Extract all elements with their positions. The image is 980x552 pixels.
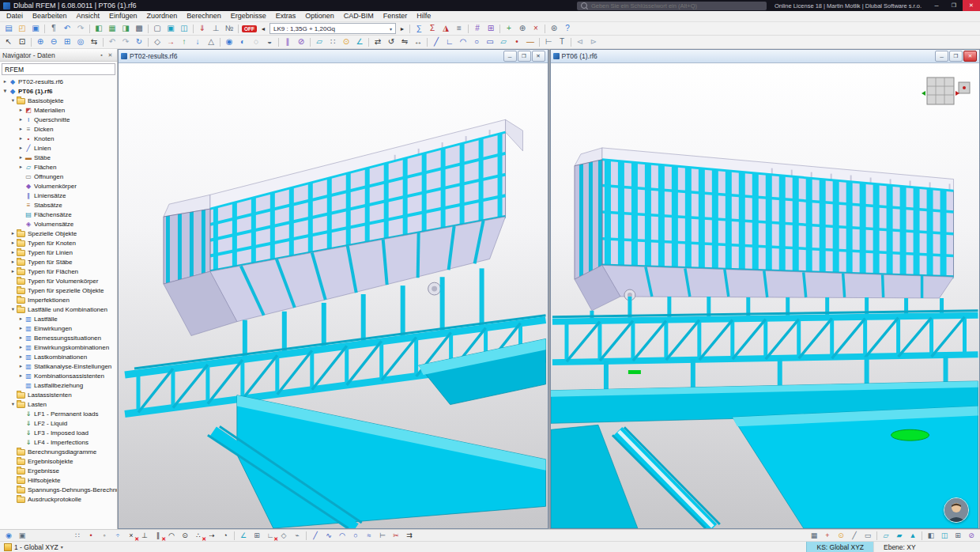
zoom-in-button[interactable]: ⊕ [34, 36, 47, 47]
pt02-minimize-button[interactable]: ─ [503, 51, 517, 62]
delete-object-button[interactable]: × [530, 23, 542, 34]
tree-item-lastfallbeziehung[interactable]: ▥Lastfallbeziehung [0, 380, 117, 390]
cad-dimension-button[interactable]: ⊢ [376, 531, 389, 540]
tree-item-stabs-tze[interactable]: ≡Stabsätze [0, 200, 117, 210]
next-loadcase-button[interactable]: ► [398, 24, 407, 34]
expander-icon[interactable]: ▸ [9, 249, 17, 255]
expander-icon[interactable]: ▸ [17, 344, 24, 350]
next-view-button[interactable]: ↷ [119, 36, 132, 47]
show-supports-button[interactable]: ⊥ [209, 23, 222, 34]
tree-item-liniens-tze[interactable]: ∥Liniensätze [0, 191, 117, 200]
undo-button[interactable]: ↶ [61, 23, 74, 34]
rotate-objects-button[interactable]: ↺ [385, 36, 398, 47]
visibility-by-window-button[interactable]: ◐ [236, 36, 249, 47]
tree-item-querschnitte[interactable]: ▸IQuerschnitte [0, 115, 117, 124]
expander-icon[interactable]: ▸ [17, 325, 24, 331]
dimension-tool-button[interactable]: ⊢ [542, 36, 555, 47]
tree-item-berechnungsdiagramme[interactable]: Berechnungsdiagramme [0, 447, 117, 456]
transparent-view-button[interactable]: ◫ [178, 23, 190, 34]
expander-icon[interactable]: ▸ [9, 259, 17, 265]
cad-polyline-button[interactable]: ∿ [322, 531, 335, 540]
pt06-close-button[interactable]: ✕ [963, 51, 977, 62]
tree-item-st-be[interactable]: ▸▬Stäbe [0, 153, 117, 162]
search-input[interactable] [590, 2, 763, 10]
tree-item-einwirkungskombinationen[interactable]: ▸▥Einwirkungskombinationen [0, 342, 117, 352]
tree-item-kombinationsassistenten[interactable]: ▸▥Kombinationsassistenten [0, 371, 117, 380]
guidelines-button[interactable]: ∠ [353, 36, 366, 47]
model-window-pt06-titlebar[interactable]: PT06 (1).rf6 ─ ❐ ✕ [551, 50, 980, 63]
snap-node-button[interactable]: • [85, 531, 97, 540]
tree-item-ffnungen[interactable]: ▭Öffnungen [0, 172, 117, 181]
calculate-button[interactable]: ∑ [413, 23, 425, 34]
expander-icon[interactable]: ▸ [17, 154, 24, 161]
user-visibility-button[interactable]: ◒ [263, 36, 276, 47]
tree-item-lastassistenten[interactable]: Lastassistenten [0, 390, 117, 399]
zoom-window-button[interactable]: ⊞ [61, 36, 74, 47]
tree-item-typen-f-r-linien[interactable]: ▸Typen für Linien [0, 248, 117, 257]
scene-pt02-3d-model[interactable] [119, 63, 548, 528]
snap-extension-button[interactable]: ⇢ [205, 531, 218, 540]
keyword-search[interactable] [577, 2, 767, 10]
tree-item-typen-f-r-volumenk-rper[interactable]: Typen für Volumenkörper [0, 276, 117, 285]
line-tool-button[interactable]: ╱ [430, 36, 443, 47]
workplane-xy-button[interactable]: ▱ [880, 531, 892, 540]
expander-icon[interactable]: ▸ [17, 335, 24, 341]
snap-intersection-button[interactable]: ×✕ [125, 531, 138, 540]
guide-toggle-button[interactable]: ╱ [848, 531, 861, 540]
save-model-button[interactable]: ▣ [29, 23, 42, 34]
expander-icon[interactable]: ▾ [9, 97, 17, 104]
node-tool-button[interactable]: • [511, 36, 523, 47]
prev-loadcase-button[interactable]: ◄ [258, 24, 268, 34]
expander-icon[interactable]: ▸ [17, 116, 24, 123]
polar-tracking-button[interactable]: ◇ [277, 531, 290, 540]
tree-item-typen-f-r-knoten[interactable]: ▸Typen für Knoten [0, 238, 117, 248]
circle-tool-button[interactable]: ○ [470, 36, 483, 47]
snap-grid-button[interactable]: ∷ [71, 531, 84, 540]
view-isometric-button[interactable]: ◇ [151, 36, 164, 47]
tree-item-fl-chens-tze[interactable]: ▤Flächensätze [0, 210, 117, 219]
data-navigator-toggle-button[interactable]: ◧ [92, 23, 105, 34]
work-plane-indicator[interactable]: Ebene: XY [873, 542, 980, 552]
visual-model-selector[interactable]: 1 - Global XYZ ▾ [0, 542, 67, 552]
help-button[interactable]: ? [561, 23, 574, 34]
show-results-button[interactable]: ◮ [439, 23, 452, 34]
tree-item-hilfsobjekte[interactable]: Hilfsobjekte [0, 475, 117, 485]
expander-icon[interactable]: ▸ [17, 363, 24, 369]
text-annotation-button[interactable]: T [556, 36, 568, 47]
expander-icon[interactable]: ▸ [17, 145, 24, 151]
expander-icon[interactable]: ▾ [9, 401, 17, 407]
tree-item-ergebnisobjekte[interactable]: Ergebnisobjekte [0, 456, 117, 466]
cad-line-button[interactable]: ╱ [309, 531, 322, 540]
tree-item-imperfektionen[interactable]: Imperfektionen [0, 295, 117, 304]
pt02-close-button[interactable]: ✕ [532, 51, 545, 62]
cad-trim-button[interactable]: ✂ [390, 531, 402, 540]
load-combination-select[interactable]: LK9 : 1,35G + 1,20Gq▾ [270, 23, 396, 34]
expander-icon[interactable]: ▸ [17, 126, 24, 132]
zoom-out-button[interactable]: ⊖ [47, 36, 60, 47]
visibility-button[interactable]: ◉ [223, 36, 236, 47]
redo-view-change-button[interactable]: ⊳ [587, 36, 600, 47]
show-numbering-button[interactable]: № [223, 23, 236, 34]
tree-item-fl-chen[interactable]: ▸▱Flächen [0, 162, 117, 172]
tables-toggle-button[interactable]: ▦ [106, 23, 119, 34]
tree-item-spezielle-objekte[interactable]: ▸Spezielle Objekte [0, 229, 117, 238]
settings-button[interactable]: ⊛ [548, 23, 560, 34]
expander-icon[interactable]: ▸ [2, 78, 9, 85]
undo-view-change-button[interactable]: ⊲ [574, 36, 586, 47]
menu-ergebnisse[interactable]: Ergebnisse [226, 11, 271, 21]
cad-spline-button[interactable]: ≈ [363, 531, 375, 540]
tree-item-linien[interactable]: ▸╱Linien [0, 143, 117, 153]
generate-mesh-button[interactable]: # [471, 23, 484, 34]
redo-button[interactable]: ↷ [74, 23, 87, 34]
snap-nearest-button[interactable]: ∴✕ [192, 531, 205, 540]
menu-cad-bim[interactable]: CAD-BIM [339, 11, 379, 21]
snap-tangent-button[interactable]: ◠ [165, 531, 178, 540]
model-window-pt02-titlebar[interactable]: PT02-results.rf6 ─ ❐ ✕ [119, 50, 548, 63]
clip-toggle-button[interactable]: ⊘ [965, 531, 978, 540]
tree-item-pt02-results-rf6[interactable]: ▸◆PT02-results.rf6 [0, 77, 117, 86]
cad-arc-button[interactable]: ◠ [336, 531, 349, 540]
expander-icon[interactable]: ▸ [17, 164, 24, 170]
expander-icon[interactable]: ▾ [2, 88, 9, 94]
minimize-button[interactable]: ─ [928, 0, 945, 11]
menu-zuordnen[interactable]: Zuordnen [142, 11, 183, 21]
